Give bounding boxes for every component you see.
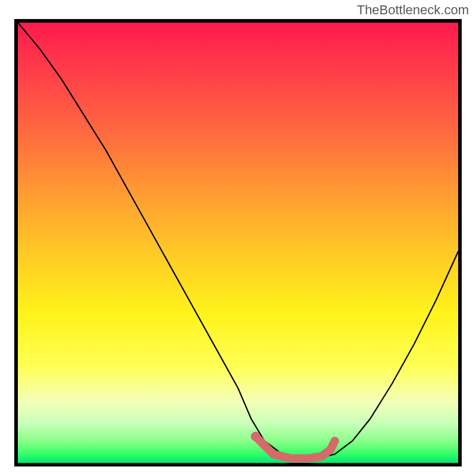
chart-container: TheBottleneck.com [0,0,476,476]
highlight-dot [251,432,261,441]
plot-frame [14,19,462,466]
curve-layer [18,23,458,463]
bottleneck-curve [18,23,458,459]
plot-area [18,23,458,463]
attribution-text: TheBottleneck.com [357,2,469,18]
highlight-segment [256,437,335,459]
